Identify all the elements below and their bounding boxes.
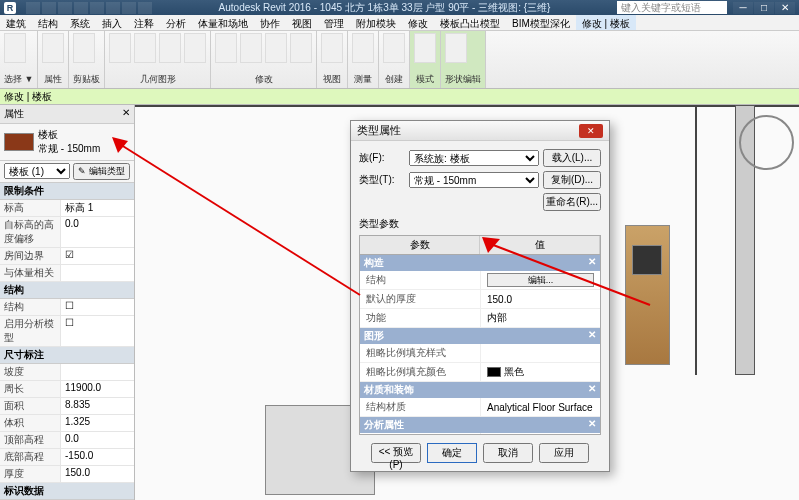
ribbon-tab[interactable]: BIM模型深化: [506, 15, 576, 30]
param-key: 粗略比例填充样式: [360, 344, 480, 362]
ribbon-tab[interactable]: 协作: [254, 15, 286, 30]
param-value[interactable]: [480, 433, 600, 435]
property-key: 坡度: [0, 364, 60, 380]
ribbon-button[interactable]: [414, 33, 436, 63]
qat-btn[interactable]: [42, 2, 56, 14]
param-value[interactable]: [480, 344, 600, 362]
ribbon-tab[interactable]: 楼板凸出模型: [434, 15, 506, 30]
ribbon-button[interactable]: [159, 33, 181, 63]
ribbon-tab[interactable]: 修改 | 楼板: [576, 15, 636, 30]
type-swatch: [4, 133, 34, 151]
property-row: 厚度150.0: [0, 466, 134, 483]
family-select[interactable]: 系统族: 楼板: [409, 150, 539, 166]
ribbon-tab[interactable]: 插入: [96, 15, 128, 30]
copy-button[interactable]: 复制(D)...: [543, 171, 601, 189]
ribbon-tab[interactable]: 结构: [32, 15, 64, 30]
ribbon-button[interactable]: [240, 33, 262, 63]
property-value[interactable]: 11900.0: [60, 381, 134, 397]
qat-btn[interactable]: [106, 2, 120, 14]
property-value[interactable]: 0.0: [60, 217, 134, 247]
ribbon-button[interactable]: [215, 33, 237, 63]
ribbon-button[interactable]: [134, 33, 156, 63]
ribbon-button[interactable]: [184, 33, 206, 63]
ribbon-tab[interactable]: 体量和场地: [192, 15, 254, 30]
param-value[interactable]: 编辑...: [480, 271, 600, 289]
color-swatch[interactable]: [487, 367, 501, 377]
app-icon[interactable]: R: [4, 2, 16, 14]
instance-selector[interactable]: 楼板 (1): [4, 163, 70, 179]
property-group[interactable]: 尺寸标注: [0, 347, 134, 364]
param-value[interactable]: Analytical Floor Surface: [480, 398, 600, 416]
property-value[interactable]: 8.835: [60, 398, 134, 414]
property-key: 周长: [0, 381, 60, 397]
ok-button[interactable]: 确定: [427, 443, 477, 463]
search-input[interactable]: 键入关键字或短语: [617, 1, 727, 14]
qat-btn[interactable]: [58, 2, 72, 14]
property-key: 体积: [0, 415, 60, 431]
property-value[interactable]: -150.0: [60, 449, 134, 465]
property-value[interactable]: ☑: [60, 248, 134, 264]
ribbon-tab[interactable]: 管理: [318, 15, 350, 30]
ribbon-tab[interactable]: 注释: [128, 15, 160, 30]
param-value[interactable]: 黑色: [480, 363, 600, 381]
property-value[interactable]: [60, 364, 134, 380]
property-group[interactable]: 标识数据: [0, 483, 134, 500]
param-row: 结构编辑...: [360, 271, 600, 290]
ribbon-button[interactable]: [265, 33, 287, 63]
param-row: 默认的厚度150.0: [360, 290, 600, 309]
dialog-titlebar[interactable]: 类型属性 ✕: [351, 121, 609, 141]
qat-btn[interactable]: [90, 2, 104, 14]
ribbon-button[interactable]: [383, 33, 405, 63]
property-group[interactable]: 结构: [0, 282, 134, 299]
param-value[interactable]: 150.0: [480, 290, 600, 308]
param-key: 粗略比例填充颜色: [360, 363, 480, 381]
param-value[interactable]: 内部: [480, 309, 600, 327]
ribbon-tab[interactable]: 建筑: [0, 15, 32, 30]
cancel-button[interactable]: 取消: [483, 443, 533, 463]
qat-btn[interactable]: [26, 2, 40, 14]
maximize-button[interactable]: □: [754, 2, 774, 14]
property-group[interactable]: 限制条件: [0, 183, 134, 200]
ribbon-button[interactable]: [321, 33, 343, 63]
apply-button[interactable]: 应用: [539, 443, 589, 463]
ribbon-button[interactable]: [109, 33, 131, 63]
param-category[interactable]: 图形✕: [360, 328, 600, 344]
param-category[interactable]: 材质和装饰✕: [360, 382, 600, 398]
property-value[interactable]: 150.0: [60, 466, 134, 482]
property-value[interactable]: 1.325: [60, 415, 134, 431]
edit-structure-button[interactable]: 编辑...: [487, 273, 594, 287]
ribbon-button[interactable]: [352, 33, 374, 63]
close-button[interactable]: ✕: [775, 2, 795, 14]
property-value[interactable]: [60, 265, 134, 281]
property-value[interactable]: ☐: [60, 299, 134, 315]
rename-button[interactable]: 重命名(R)...: [543, 193, 601, 211]
property-value[interactable]: ☐: [60, 316, 134, 346]
ribbon-button[interactable]: [4, 33, 26, 63]
ribbon-tab[interactable]: 视图: [286, 15, 318, 30]
ribbon-tab[interactable]: 分析: [160, 15, 192, 30]
property-value[interactable]: 标高 1: [60, 200, 134, 216]
ribbon-button[interactable]: [290, 33, 312, 63]
minimize-button[interactable]: ─: [733, 2, 753, 14]
ribbon-button[interactable]: [73, 33, 95, 63]
dialog-close-button[interactable]: ✕: [579, 124, 603, 138]
ribbon-tab[interactable]: 附加模块: [350, 15, 402, 30]
edit-type-button[interactable]: ✎ 编辑类型: [73, 163, 130, 180]
qat-btn[interactable]: [138, 2, 152, 14]
params-grid[interactable]: 参数 值 构造✕结构编辑...默认的厚度150.0功能内部图形✕粗略比例填充样式…: [359, 235, 601, 435]
ribbon-button[interactable]: [42, 33, 64, 63]
preview-button[interactable]: << 预览(P): [371, 443, 421, 463]
param-category[interactable]: 构造✕: [360, 255, 600, 271]
ribbon-tab[interactable]: 系统: [64, 15, 96, 30]
ribbon-panel: 几何图形: [105, 31, 211, 88]
close-icon[interactable]: ✕: [122, 107, 130, 121]
ribbon-button[interactable]: [445, 33, 467, 63]
ribbon-tab[interactable]: 修改: [402, 15, 434, 30]
view-cube[interactable]: [739, 115, 794, 170]
property-value[interactable]: 0.0: [60, 432, 134, 448]
qat-btn[interactable]: [122, 2, 136, 14]
qat-btn[interactable]: [74, 2, 88, 14]
type-select[interactable]: 常规 - 150mm: [409, 172, 539, 188]
param-category[interactable]: 分析属性✕: [360, 417, 600, 433]
load-button[interactable]: 载入(L)...: [543, 149, 601, 167]
